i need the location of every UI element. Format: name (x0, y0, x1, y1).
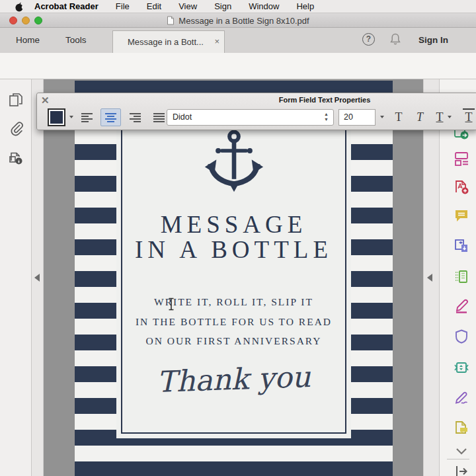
sign-body-line3: ON OUR FIRST ANNIVERSARY (116, 331, 351, 351)
create-pdf-icon[interactable] (454, 179, 469, 195)
collapse-left-pane-icon[interactable] (34, 274, 40, 282)
dialog-title: Form Field Text Properties (235, 96, 414, 104)
compress-pdf-icon[interactable] (454, 360, 469, 376)
tab-document-label: Message in a Bott... (128, 31, 208, 53)
apple-menu-icon[interactable] (15, 1, 24, 12)
send-for-comments-icon[interactable] (454, 420, 469, 436)
tools-pane-divider (447, 459, 469, 459)
open-tools-pane-icon[interactable] (454, 465, 470, 476)
text-color-caret-icon[interactable] (69, 116, 73, 118)
tab-tools[interactable]: Tools (65, 28, 87, 53)
macos-menu-bar: Acrobat Reader File Edit View Sign Windo… (0, 0, 476, 13)
text-color-swatch[interactable] (48, 108, 65, 126)
tab-home[interactable]: Home (16, 28, 40, 53)
font-size-value: 20 (344, 112, 353, 122)
sign-body-line1: WRITE IT, ROLL IT, SLIP IT (116, 292, 351, 312)
comment-icon[interactable] (454, 208, 469, 223)
menu-file[interactable]: File (116, 1, 130, 11)
window-title-bar: Message in a Bottle Sign 8x10.pdf (0, 13, 476, 28)
sign-body-text[interactable]: WRITE IT, ROLL IT, SLIP IT IN THE BOTTLE… (116, 292, 351, 351)
more-tools-chevron-icon[interactable] (454, 447, 470, 463)
menu-app-name[interactable]: Acrobat Reader (34, 1, 99, 11)
fill-and-sign-icon[interactable] (454, 298, 469, 314)
align-right-button[interactable] (125, 108, 145, 126)
sign-heading-line1: MESSAGE (116, 210, 351, 239)
menu-window[interactable]: Window (249, 1, 279, 11)
form-field-text-properties-dialog: ✕ Form Field Text Properties Didot ▲▼ 20… (36, 93, 476, 130)
expand-right-pane-icon[interactable] (427, 274, 432, 282)
menu-edit[interactable]: Edit (147, 1, 161, 11)
text-ibeam-cursor (168, 298, 175, 311)
font-size-field[interactable]: 20 (338, 109, 376, 126)
edit-pdf-icon[interactable] (454, 151, 469, 167)
letter-spacing-button[interactable]: T (463, 108, 475, 126)
document-info-icon[interactable] (9, 150, 24, 166)
sign-in-button[interactable]: Sign In (418, 28, 448, 53)
tab-bar: Home Tools Message in a Bott... × (0, 28, 476, 53)
document-canvas[interactable]: MESSAGE IN A BOTTLE WRITE IT, ROLL IT, S… (44, 79, 423, 476)
sign-heading-line2: IN A BOTTLE (116, 235, 351, 264)
document-icon (167, 16, 175, 25)
underline-text-button[interactable]: T (431, 108, 448, 126)
prepare-form-icon[interactable] (454, 268, 469, 284)
combine-files-icon[interactable] (454, 238, 469, 254)
tools-pane (439, 79, 476, 476)
help-icon[interactable]: ? (362, 33, 375, 46)
tab-document-active[interactable]: Message in a Bott... × (112, 30, 225, 53)
window-title: Message in a Bottle Sign 8x10.pdf (178, 16, 309, 26)
protect-icon[interactable] (454, 329, 469, 344)
align-center-button[interactable] (100, 108, 121, 126)
acrobat-reader-window: Acrobat Reader File Edit View Sign Windo… (0, 0, 476, 476)
sign-body-line2: IN THE BOTTLE FOR US TO READ (116, 312, 351, 332)
font-family-value: Didot (173, 112, 192, 122)
main-toolbar (0, 53, 476, 79)
attachments-paperclip-icon[interactable] (9, 121, 24, 137)
font-size-caret-icon[interactable] (380, 116, 384, 118)
align-left-button[interactable] (77, 108, 97, 126)
font-select-stepper-icon[interactable]: ▲▼ (323, 112, 330, 124)
certificates-icon[interactable] (454, 390, 469, 406)
anchor-icon (204, 128, 264, 197)
dialog-close-icon[interactable]: ✕ (41, 95, 50, 106)
pdf-page[interactable]: MESSAGE IN A BOTTLE WRITE IT, ROLL IT, S… (75, 81, 393, 476)
tab-close-icon[interactable]: × (214, 36, 219, 47)
menu-help[interactable]: Help (296, 1, 314, 11)
sign-center-panel: MESSAGE IN A BOTTLE WRITE IT, ROLL IT, S… (116, 99, 351, 438)
notifications-bell-icon[interactable] (389, 32, 402, 46)
menu-view[interactable]: View (178, 1, 197, 11)
font-family-select[interactable]: Didot ▲▼ (167, 109, 334, 126)
bold-text-button[interactable]: T (390, 108, 407, 126)
page-thumbnails-icon[interactable] (9, 93, 24, 108)
menu-sign[interactable]: Sign (214, 1, 231, 11)
left-navigation-pane (0, 79, 32, 476)
italic-text-button[interactable]: T (411, 108, 428, 126)
text-color-value (50, 111, 63, 124)
underline-options-caret-icon[interactable] (448, 116, 452, 118)
